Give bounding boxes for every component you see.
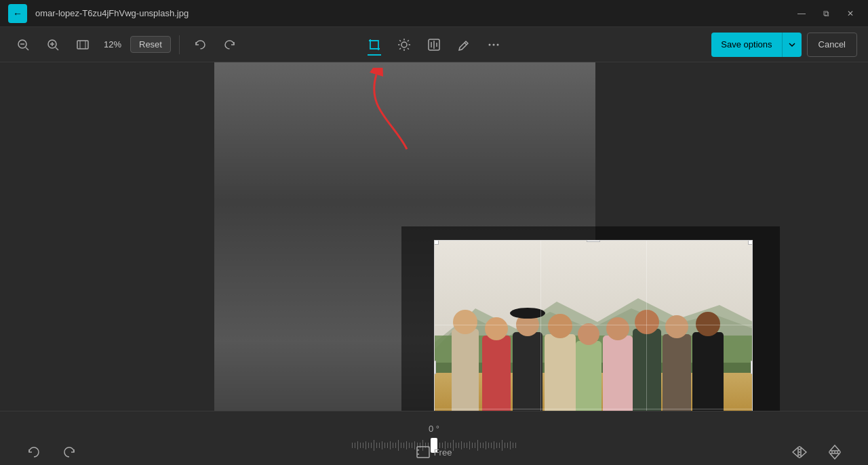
zoom-percent-label: 12% [100,39,125,49]
svg-point-35 [453,310,477,334]
fit-window-icon [77,40,89,49]
svg-point-37 [485,317,508,340]
rotate-left-icon [27,445,41,459]
svg-rect-49 [663,334,691,411]
thirds-line-h2 [435,409,752,409]
minimize-button[interactable]: — [792,4,811,23]
svg-rect-47 [633,329,661,411]
svg-line-17 [408,40,409,41]
back-icon: ← [13,8,22,19]
free-label: Free [434,447,452,458]
rotate-right-button[interactable] [57,443,81,462]
svg-marker-58 [793,447,798,457]
svg-point-26 [497,43,499,45]
thirds-line-h1 [435,325,752,325]
filter-icon [427,38,441,52]
svg-line-15 [399,40,401,41]
thirds-line-v2 [646,241,647,411]
svg-point-46 [606,317,629,340]
thirds-line-v1 [540,241,541,411]
svg-rect-54 [417,447,429,458]
brightness-button[interactable] [391,33,418,57]
svg-rect-43 [576,341,601,411]
svg-rect-45 [603,336,633,411]
svg-rect-34 [452,329,479,411]
redo-icon [224,39,236,51]
svg-line-2 [26,47,28,50]
crop-handle-mr[interactable] [751,361,753,374]
crop-handle-tr[interactable] [748,240,753,245]
svg-rect-7 [77,41,88,49]
zoom-in-button[interactable] [41,33,65,57]
brightness-icon [397,38,411,52]
rotate-left-button[interactable] [22,443,46,462]
svg-marker-59 [801,447,806,457]
window-controls: — ⧉ ✕ [792,4,860,23]
toolbar-divider-1 [179,35,180,54]
crop-frame[interactable] [434,240,753,411]
zoom-out-icon [17,39,29,51]
undo-icon [194,39,206,51]
svg-point-50 [665,315,688,338]
markup-button[interactable] [450,33,477,57]
filter-button[interactable] [420,33,448,57]
title-bar-left: ← omar-lopez-T6zu4jFhVwg-unsplash.jpg [8,4,189,23]
svg-point-24 [489,43,491,45]
bottom-bar: 0 ° [0,411,868,465]
reset-button[interactable]: Reset [130,36,171,53]
svg-rect-36 [482,336,511,411]
main-toolbar: 12% Reset [0,27,868,62]
zoom-out-button[interactable] [11,33,35,57]
title-bar: ← omar-lopez-T6zu4jFhVwg-unsplash.jpg — … [0,0,868,27]
svg-point-42 [548,314,572,338]
crop-handle-ml[interactable] [434,361,436,374]
svg-point-52 [696,312,720,336]
svg-point-25 [493,43,495,45]
flip-horizontal-button[interactable] [787,443,812,461]
photo-scene [435,241,753,411]
aspect-ratio-button[interactable]: Free [411,443,458,461]
markup-icon [457,38,471,52]
svg-marker-61 [830,445,840,451]
chevron-down-icon [788,41,796,49]
crop-button[interactable] [361,33,388,57]
svg-point-10 [401,42,407,47]
flip-vertical-icon [829,445,841,460]
cancel-button[interactable]: Cancel [807,33,857,57]
svg-rect-51 [692,332,724,411]
crop-handle-tc[interactable] [587,240,600,242]
more-tools-icon [487,38,500,52]
close-button[interactable]: ✕ [841,4,860,23]
svg-line-16 [408,48,409,49]
svg-line-18 [399,48,401,49]
crop-icon [368,38,381,52]
save-options-button[interactable]: Save options [711,33,781,57]
canvas-area [0,62,868,411]
crop-handle-tl[interactable] [434,240,439,245]
save-options-group: Save options [711,33,801,57]
rotate-right-icon [62,445,76,459]
svg-line-6 [56,47,58,50]
svg-point-44 [578,323,599,345]
fit-window-button[interactable] [71,33,95,57]
svg-marker-62 [830,453,840,459]
svg-rect-38 [513,332,542,411]
back-button[interactable]: ← [8,4,27,23]
flip-vertical-button[interactable] [823,442,846,462]
rotation-value-label: 0 ° [429,424,439,434]
redo-button[interactable] [218,33,242,57]
filename-label: omar-lopez-T6zu4jFhVwg-unsplash.jpg [35,8,189,18]
svg-line-23 [465,43,467,45]
maximize-button[interactable]: ⧉ [816,4,835,23]
svg-rect-41 [545,334,576,411]
toolbar-right: Save options Cancel [711,33,857,57]
bottom-toolbar-left [22,443,81,462]
svg-point-48 [635,310,659,334]
save-options-dropdown-button[interactable] [782,33,802,57]
more-tools-button[interactable] [480,33,507,57]
toolbar-center [361,33,507,57]
bottom-toolbar-right [787,442,846,462]
undo-button[interactable] [188,33,212,57]
toolbar-left: 12% Reset [11,33,706,57]
zoom-in-icon [47,39,59,51]
